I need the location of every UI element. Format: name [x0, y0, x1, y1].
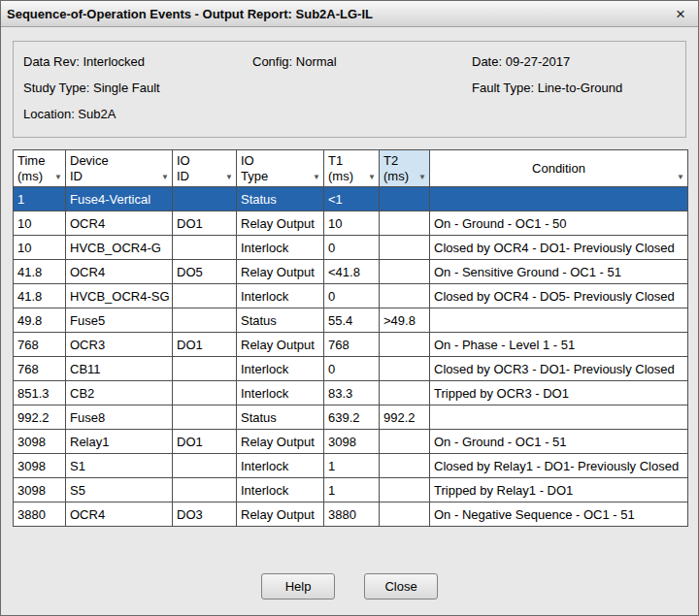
table-row[interactable]: 49.8Fuse5Status55.4>49.8: [14, 308, 688, 333]
table-row[interactable]: 851.3CB2Interlock83.3Tripped by OCR3 - D…: [14, 381, 688, 405]
table-row[interactable]: 3098Relay1DO1Relay Output3098On - Ground…: [14, 430, 688, 454]
table-cell-io-type: Status: [237, 405, 324, 430]
table-cell-io-id: [173, 381, 237, 405]
column-header-io-id[interactable]: IO ID▼: [173, 150, 237, 187]
table-cell-t2: [380, 333, 430, 357]
filter-dropdown-icon[interactable]: ▼: [677, 173, 684, 181]
filter-dropdown-icon[interactable]: ▼: [54, 173, 62, 181]
title-bar: Sequence-of-Operation Events - Output Re…: [1, 1, 698, 27]
table-cell-io-id: DO1: [173, 430, 237, 454]
table-cell-t1: 10: [324, 211, 380, 236]
column-header-condition[interactable]: Condition▼: [430, 150, 688, 187]
table-cell-time: 41.8: [14, 260, 66, 284]
table-cell-t2: [380, 211, 430, 236]
table-row[interactable]: 1Fuse4-VerticalStatus<1: [14, 187, 688, 211]
table-cell-device-id: CB2: [66, 381, 173, 405]
table-cell-io-type: Interlock: [237, 381, 324, 405]
table-row[interactable]: 768OCR3DO1Relay Output768On - Phase - Le…: [14, 333, 688, 357]
table-cell-t1: 1: [324, 478, 380, 503]
column-header-io-type[interactable]: IO Type▼: [237, 150, 324, 187]
table-cell-time: 3880: [14, 503, 66, 527]
table-cell-t1: 639.2: [324, 405, 380, 430]
table-cell-time: 851.3: [14, 381, 66, 405]
table-row[interactable]: 768CB11Interlock0Closed by OCR3 - DO1- P…: [14, 357, 688, 381]
column-header-t1[interactable]: T1 (ms)▼: [324, 150, 380, 187]
report-info-panel: Data Rev: Interlocked Config: Normal Dat…: [13, 41, 686, 138]
table-cell-io-type: Relay Output: [237, 211, 324, 236]
column-header-label: IO Type: [241, 152, 319, 184]
table-row[interactable]: 3098S5Interlock1Tripped by Relay1 - DO1: [14, 478, 688, 503]
filter-dropdown-icon[interactable]: ▼: [161, 173, 169, 181]
table-cell-t1: 0: [324, 284, 380, 308]
table-cell-io-id: [173, 357, 237, 381]
table-cell-condition: On - Negative Sequence - OC1 - 51: [430, 503, 688, 527]
table-row[interactable]: 3098S1Interlock1Closed by Relay1 - DO1- …: [14, 454, 688, 478]
column-header-device-id[interactable]: Device ID▼: [66, 150, 173, 187]
table-cell-device-id: Relay1: [66, 430, 173, 454]
table-cell-t2: [380, 381, 430, 405]
table-cell-device-id: HVCB_OCR4-SG: [66, 284, 173, 308]
table-cell-t2: [380, 284, 430, 308]
table-cell-t1: 768: [324, 333, 380, 357]
events-table: Time (ms)▼Device ID▼IO ID▼IO Type▼T1 (ms…: [13, 149, 688, 527]
table-cell-io-type: Status: [237, 187, 324, 211]
column-header-label: Condition: [434, 160, 683, 177]
table-cell-device-id: OCR4: [66, 503, 173, 527]
table-cell-io-type: Relay Output: [237, 333, 324, 357]
filter-dropdown-icon[interactable]: ▼: [313, 173, 320, 181]
table-row[interactable]: 41.8OCR4DO5Relay Output<41.8On - Sensiti…: [14, 260, 688, 284]
table-cell-condition: Closed by OCR4 - DO1- Previously Closed: [430, 236, 688, 260]
table-cell-device-id: CB11: [66, 357, 173, 381]
table-cell-time: 3098: [14, 454, 66, 478]
table-cell-condition: On - Ground - OC1 - 51: [430, 430, 688, 454]
table-cell-time: 768: [14, 357, 66, 381]
filter-dropdown-icon[interactable]: ▼: [368, 173, 376, 181]
table-cell-t2: [380, 260, 430, 284]
table-cell-device-id: Fuse5: [66, 308, 173, 333]
table-row[interactable]: 10HVCB_OCR4-GInterlock0Closed by OCR4 - …: [14, 236, 688, 260]
dialog-window: Sequence-of-Operation Events - Output Re…: [0, 0, 699, 616]
table-cell-io-type: Interlock: [237, 236, 324, 260]
table-cell-t2: [380, 357, 430, 381]
close-button[interactable]: Close: [364, 573, 438, 600]
table-cell-t2: [380, 503, 430, 527]
table-body: 1Fuse4-VerticalStatus<110OCR4DO1Relay Ou…: [14, 187, 688, 527]
column-header-t2[interactable]: T2 (ms)▼: [380, 150, 430, 187]
table-cell-time: 1: [14, 187, 66, 211]
table-cell-condition: Closed by Relay1 - DO1- Previously Close…: [430, 454, 688, 478]
help-button[interactable]: Help: [261, 573, 335, 600]
table-cell-t1: 3880: [324, 503, 380, 527]
table-cell-io-type: Status: [237, 308, 324, 333]
table-cell-time: 992.2: [14, 405, 66, 430]
location-label: Location: Sub2A: [23, 107, 116, 121]
table-cell-t2: [380, 478, 430, 503]
column-header-time[interactable]: Time (ms)▼: [14, 150, 66, 187]
table-cell-t2: 992.2: [380, 405, 430, 430]
table-row[interactable]: 3880OCR4DO3Relay Output3880On - Negative…: [14, 503, 688, 527]
table-cell-device-id: OCR3: [66, 333, 173, 357]
table-row[interactable]: 992.2Fuse8Status639.2992.2: [14, 405, 688, 430]
filter-dropdown-icon[interactable]: ▼: [418, 173, 426, 181]
table-cell-io-type: Relay Output: [237, 260, 324, 284]
date-label: Date: 09-27-2017: [472, 54, 570, 69]
info-row-3: Location: Sub2A: [23, 107, 676, 121]
filter-dropdown-icon[interactable]: ▼: [225, 173, 233, 181]
table-cell-io-type: Interlock: [237, 454, 324, 478]
table-cell-t1: 0: [324, 357, 380, 381]
table-row[interactable]: 10OCR4DO1Relay Output10On - Ground - OC1…: [14, 211, 688, 236]
table-cell-time: 768: [14, 333, 66, 357]
close-icon[interactable]: ×: [669, 3, 692, 24]
table-cell-condition: Closed by OCR4 - DO5- Previously Closed: [430, 284, 688, 308]
table-cell-time: 49.8: [14, 308, 66, 333]
table-row[interactable]: 41.8HVCB_OCR4-SGInterlock0Closed by OCR4…: [14, 284, 688, 308]
table-cell-io-type: Relay Output: [237, 430, 324, 454]
table-cell-t2: >49.8: [380, 308, 430, 333]
table-cell-io-type: Relay Output: [237, 503, 324, 527]
data-rev-label: Data Rev: Interlocked: [23, 54, 252, 69]
table-cell-time: 41.8: [14, 284, 66, 308]
table-cell-time: 3098: [14, 430, 66, 454]
table-cell-t2: [380, 430, 430, 454]
table-cell-condition: Tripped by Relay1 - DO1: [430, 478, 688, 503]
table-cell-device-id: S5: [66, 478, 173, 503]
table-cell-io-id: [173, 236, 237, 260]
